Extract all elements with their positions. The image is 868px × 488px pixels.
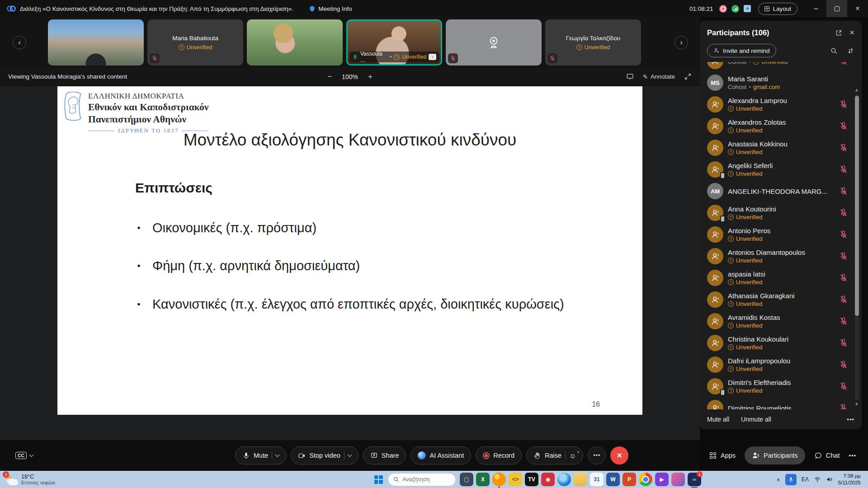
- participant-row[interactable]: AM ANGELIKI-THEODORA MARG...: [707, 180, 862, 202]
- annotate-button[interactable]: ✎ Annotate: [643, 73, 675, 80]
- participants-toggle-button[interactable]: Participants: [745, 446, 805, 465]
- minimize-button[interactable]: –: [806, 0, 826, 17]
- layout-button[interactable]: Layout: [758, 3, 797, 15]
- participant-row[interactable]: Angeliki Seferli ? Unverified: [707, 159, 862, 180]
- mic-muted-icon[interactable]: [839, 208, 848, 217]
- mic-muted-icon[interactable]: [839, 382, 848, 391]
- record-button[interactable]: Record: [476, 446, 522, 465]
- wifi-icon[interactable]: [814, 476, 821, 483]
- video-tile-3[interactable]: [247, 19, 343, 66]
- volume-icon[interactable]: [826, 476, 833, 483]
- participant-row[interactable]: MS Maria Saranti Cohost • gmai: [707, 72, 862, 94]
- apps-button[interactable]: Apps: [704, 446, 740, 465]
- search-input[interactable]: [402, 476, 448, 483]
- meeting-info-button[interactable]: Meeting Info: [309, 5, 352, 13]
- scroll-down-icon[interactable]: ∨: [855, 401, 858, 408]
- participant-row[interactable]: Dimitri's Eleftheriadis ? Unverified: [707, 375, 862, 397]
- chat-button[interactable]: Chat: [810, 446, 844, 465]
- view-on-monitor-icon[interactable]: [626, 73, 634, 80]
- filmstrip-prev-button[interactable]: ‹: [13, 36, 26, 49]
- participant-row[interactable]: Avramidis Kostas ? Unverified: [707, 310, 862, 332]
- mic-muted-icon[interactable]: [839, 230, 848, 239]
- taskbar-app-icon[interactable]: TV: [525, 473, 538, 486]
- chevron-down-icon[interactable]: [275, 452, 280, 457]
- language-indicator[interactable]: ΕΛ: [802, 476, 809, 483]
- mic-muted-icon[interactable]: [839, 317, 848, 326]
- mute-button[interactable]: Mute: [235, 446, 286, 465]
- reactions-icon[interactable]: ☺: [569, 452, 576, 460]
- filmstrip-next-button[interactable]: ›: [675, 36, 688, 49]
- video-tile-1[interactable]: [48, 19, 144, 66]
- mic-muted-icon[interactable]: [839, 100, 848, 109]
- more-options-button[interactable]: •••: [588, 446, 606, 465]
- taskbar-app-icon[interactable]: W: [606, 473, 620, 486]
- taskbar-app-icon[interactable]: <>: [509, 473, 522, 486]
- invite-and-remind-button[interactable]: Invite and remind: [707, 44, 776, 57]
- participant-row[interactable]: Christina Koukoulari ? Unverified: [707, 332, 862, 354]
- zoom-out-button[interactable]: −: [327, 72, 332, 81]
- start-button[interactable]: [372, 473, 385, 486]
- sort-icon[interactable]: [847, 47, 854, 55]
- participant-row[interactable]: Anna Koutourini ? Unverified: [707, 202, 862, 224]
- video-tile-camera-off[interactable]: [446, 19, 542, 66]
- unmute-all-button[interactable]: Unmute all: [741, 416, 771, 423]
- raise-hand-button[interactable]: Raise ☺: [526, 446, 583, 465]
- ai-assistant-button[interactable]: AI Assistant: [410, 446, 471, 465]
- mic-muted-icon[interactable]: [839, 404, 848, 409]
- participant-row[interactable]: Dimitrios Roumeliotis: [707, 397, 862, 409]
- popout-panel-icon[interactable]: [835, 29, 842, 37]
- mute-all-button[interactable]: Mute all: [707, 416, 729, 423]
- zoom-level[interactable]: 100%: [342, 73, 358, 80]
- participant-row[interactable]: Dafni iLampropoulou ? Unverified: [707, 354, 862, 375]
- participant-row[interactable]: Antonios Diamantopoulos ? Unverified: [707, 245, 862, 267]
- connection-quality-icon[interactable]: [731, 5, 739, 13]
- taskbar-app-icon[interactable]: 31: [590, 473, 604, 486]
- mic-muted-icon[interactable]: [839, 273, 848, 282]
- search-icon[interactable]: [830, 47, 838, 55]
- taskbar-app-icon[interactable]: [557, 473, 571, 486]
- participant-row[interactable]: Cohost • ? Unverified: [707, 62, 862, 72]
- scrollbar-thumb[interactable]: [855, 96, 859, 316]
- hidden-icons-chevron[interactable]: ∧: [777, 477, 780, 483]
- mic-muted-icon[interactable]: [839, 338, 848, 347]
- taskbar-app-icon[interactable]: ▶: [655, 473, 669, 486]
- recording-indicator-icon[interactable]: [719, 5, 727, 13]
- taskbar-app-icon[interactable]: [492, 473, 506, 486]
- stop-video-button[interactable]: Stop video: [291, 446, 359, 465]
- mic-muted-icon[interactable]: [839, 295, 848, 304]
- more-panels-button[interactable]: •••: [849, 452, 856, 459]
- mic-muted-icon[interactable]: [839, 360, 848, 369]
- taskbar-app-icon[interactable]: [671, 473, 685, 486]
- clock[interactable]: 7:38 μμ 5/11/2025: [838, 473, 861, 486]
- taskbar-app-icon[interactable]: [639, 473, 652, 486]
- mic-muted-icon[interactable]: [839, 62, 848, 66]
- mic-muted-icon[interactable]: [839, 252, 848, 261]
- mic-muted-icon[interactable]: [839, 122, 848, 131]
- close-panel-icon[interactable]: ×: [849, 28, 854, 38]
- video-tile-georgia[interactable]: Γεωργία Ταλκιτζίδου ? Unverified: [545, 19, 641, 66]
- mic-muted-icon[interactable]: [839, 143, 848, 152]
- participants-scrollbar[interactable]: ∧ ∨: [854, 88, 859, 408]
- participant-row[interactable]: Alexandros Zolotas ? Unverified: [707, 115, 862, 137]
- taskbar-app-icon[interactable]: X: [476, 473, 490, 486]
- zoom-in-button[interactable]: +: [368, 72, 373, 81]
- panel-more-button[interactable]: •••: [847, 416, 854, 423]
- taskbar-app-icon[interactable]: ◉: [541, 473, 555, 486]
- close-window-button[interactable]: ×: [847, 0, 868, 17]
- mic-in-use-indicator[interactable]: [785, 474, 797, 485]
- participant-row[interactable]: Athanasia Gkaragkani ? Unverified: [707, 289, 862, 310]
- chevron-down-icon[interactable]: [347, 452, 352, 457]
- taskbar-app-icon[interactable]: P: [623, 473, 636, 486]
- weather-widget[interactable]: 3 18°C Εντονες νεφώσ.: [5, 474, 57, 485]
- leave-meeting-button[interactable]: ×: [610, 446, 628, 465]
- taskbar-app-icon[interactable]: [574, 473, 587, 486]
- video-tile-active-speaker[interactable]: Vassoula ... • ? Unverified ↑: [346, 19, 442, 66]
- participant-row[interactable]: Antonio Peros ? Unverified: [707, 224, 862, 245]
- captions-button[interactable]: CC: [15, 452, 33, 459]
- mic-muted-icon[interactable]: [839, 187, 848, 196]
- participant-row[interactable]: Alexandra Lamprou ? Unverified: [707, 94, 862, 115]
- taskbar-search[interactable]: [388, 473, 456, 486]
- scroll-up-icon[interactable]: ∧: [855, 88, 858, 94]
- restore-button[interactable]: [826, 0, 847, 17]
- participant-row[interactable]: aspasia latsi ? Unverified: [707, 267, 862, 289]
